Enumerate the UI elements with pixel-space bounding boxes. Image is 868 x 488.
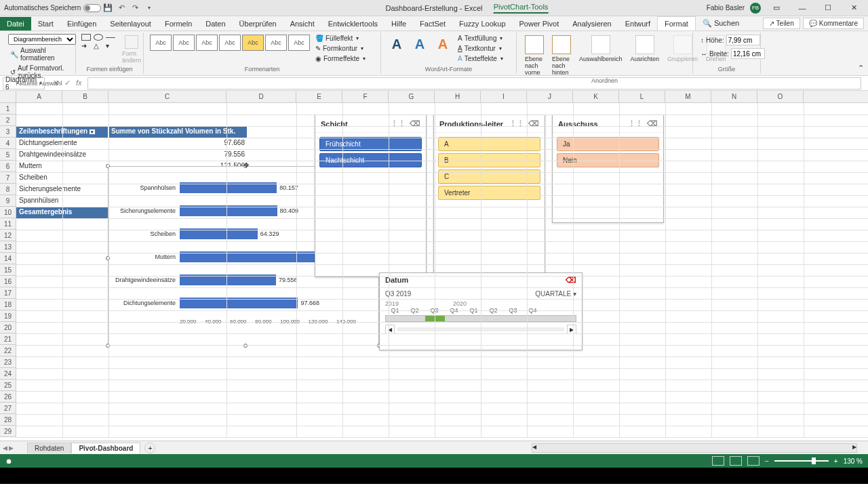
shape-style-3[interactable]: Abc <box>196 35 218 51</box>
ribbon-tab-fuzzy lookup[interactable]: Fuzzy Lookup <box>452 17 512 30</box>
timeline-prev-button[interactable]: ◀ <box>385 325 395 334</box>
row-header-3[interactable]: 3 <box>0 126 16 138</box>
row-header-1[interactable]: 1 <box>0 103 16 115</box>
record-macro-icon[interactable]: ⏺ <box>5 458 12 465</box>
new-sheet-button[interactable]: + <box>144 443 155 453</box>
height-field[interactable]: ↕ Höhe: <box>698 34 755 46</box>
row-header-22[interactable]: 22 <box>0 345 16 357</box>
change-shape-button[interactable]: Form ändern <box>119 34 144 65</box>
multi-select-icon[interactable]: ⋮⋮ <box>391 119 406 128</box>
ribbon-tab-überprüfen[interactable]: Überprüfen <box>233 17 283 30</box>
format-selection-button[interactable]: 🔧 Auswahl formatieren <box>8 46 70 62</box>
reset-style-button[interactable]: ↺ Auf Formatvorl. zurücks. <box>8 64 70 80</box>
ribbon-tab-factset[interactable]: FactSet <box>413 17 452 30</box>
row-header-25[interactable]: 25 <box>0 380 16 391</box>
clear-filter-icon[interactable]: ⌫ <box>528 119 539 128</box>
col-header-M[interactable]: M <box>665 91 711 102</box>
ribbon-tab-format[interactable]: Format <box>657 16 696 30</box>
multi-select-icon[interactable]: ⋮⋮ <box>628 119 643 128</box>
row-header-2[interactable]: 2 <box>0 115 16 126</box>
clear-filter-icon[interactable]: ⌫ <box>410 119 420 128</box>
normal-view-icon[interactable] <box>712 456 724 466</box>
clear-timeline-icon[interactable]: ⌫ <box>566 276 576 285</box>
row-header-8[interactable]: 8 <box>0 184 16 195</box>
row-header-9[interactable]: 9 <box>0 195 16 207</box>
horizontal-scrollbar[interactable]: ◀ ▶ <box>532 443 857 453</box>
send-backward-button[interactable]: Ebene nach hinten <box>549 34 574 77</box>
ribbon-tab-start[interactable]: Start <box>31 17 60 30</box>
col-header-L[interactable]: L <box>619 91 665 102</box>
shape-arrow-icon[interactable]: ➜ <box>81 42 92 49</box>
align-button[interactable]: Ausrichten <box>628 34 663 64</box>
ribbon-tab-entwurf[interactable]: Entwurf <box>618 17 657 30</box>
shape-outline-button[interactable]: ✎ Formkontur <box>313 44 368 53</box>
row-header-13[interactable]: 13 <box>0 241 16 253</box>
row-header-28[interactable]: 28 <box>0 414 16 426</box>
col-header-N[interactable]: N <box>711 91 757 102</box>
timeline-granularity[interactable]: QUARTALE ▾ <box>535 290 576 298</box>
wordart-style-2[interactable]: A <box>410 35 429 54</box>
comments-button[interactable]: 💬 Kommentare <box>803 18 864 29</box>
close-icon[interactable]: ✕ <box>844 1 864 15</box>
width-field[interactable]: ↔ Breite: <box>698 47 755 60</box>
selection-pane-button[interactable]: Auswahlbereich <box>576 34 625 64</box>
wordart-style-1[interactable]: A <box>387 35 406 54</box>
col-header-O[interactable]: O <box>757 91 804 102</box>
minimize-icon[interactable]: — <box>792 1 812 15</box>
user-avatar[interactable]: FB <box>750 3 761 14</box>
redo-icon[interactable]: ↷ <box>130 3 140 13</box>
zoom-level[interactable]: 130 % <box>844 458 863 465</box>
share-button[interactable]: ↗ Teilen <box>763 18 800 29</box>
ribbon-tab-einfügen[interactable]: Einfügen <box>60 17 103 30</box>
col-header-A[interactable]: A <box>16 91 62 102</box>
sheet-nav-next-icon[interactable]: ▶ <box>9 445 14 451</box>
row-header-17[interactable]: 17 <box>0 287 16 299</box>
shape-oval-icon[interactable] <box>94 34 103 41</box>
slicer-item[interactable]: Vertreter <box>438 186 540 200</box>
row-header-21[interactable]: 21 <box>0 333 16 345</box>
row-header-19[interactable]: 19 <box>0 310 16 322</box>
shape-effects-button[interactable]: ◉ Formeffekte <box>313 54 368 63</box>
multi-select-icon[interactable]: ⋮⋮ <box>509 119 524 128</box>
worksheet-grid[interactable]: ABCDEFGHIJKLMNO 123456789101112131415161… <box>0 91 868 441</box>
row-header-24[interactable]: 24 <box>0 368 16 380</box>
bring-forward-button[interactable]: Ebene nach vorne <box>522 34 547 77</box>
row-header-4[interactable]: 4 <box>0 138 16 149</box>
filter-dropdown-icon[interactable]: ▾ <box>90 129 95 134</box>
text-effects-button[interactable]: A Texteffekte <box>456 54 505 63</box>
wordart-style-3[interactable]: A <box>433 35 452 54</box>
select-all-button[interactable] <box>0 91 16 102</box>
row-header-11[interactable]: 11 <box>0 218 16 230</box>
qat-customize-icon[interactable] <box>144 3 153 13</box>
row-header-15[interactable]: 15 <box>0 264 16 276</box>
col-header-I[interactable]: I <box>481 91 527 102</box>
row-header-7[interactable]: 7 <box>0 172 16 184</box>
shape-style-4[interactable]: Abc <box>219 35 241 51</box>
sheet-tab-rohdaten[interactable]: Rohdaten <box>27 443 71 453</box>
maximize-icon[interactable]: ☐ <box>818 1 838 15</box>
chart-element-dropdown[interactable]: Diagrammbereich <box>8 34 76 45</box>
pivot-row[interactable]: Dichtungselemente97.668 <box>16 138 248 150</box>
ribbon-tab-power pivot[interactable]: Power Pivot <box>513 17 566 30</box>
shape-style-7[interactable]: Abc <box>288 35 310 51</box>
ribbon-tab-ansicht[interactable]: Ansicht <box>283 17 321 30</box>
ribbon-tab-hilfe[interactable]: Hilfe <box>384 17 413 30</box>
ribbon-tab-formeln[interactable]: Formeln <box>158 17 199 30</box>
col-header-F[interactable]: F <box>342 91 389 102</box>
undo-icon[interactable]: ↶ <box>117 3 126 13</box>
text-outline-button[interactable]: A Textkontur <box>456 44 505 53</box>
row-header-14[interactable]: 14 <box>0 253 16 264</box>
text-fill-button[interactable]: A Textfüllung <box>456 34 505 43</box>
row-header-12[interactable]: 12 <box>0 230 16 241</box>
col-header-J[interactable]: J <box>527 91 573 102</box>
row-header-16[interactable]: 16 <box>0 276 16 287</box>
shape-line-icon[interactable] <box>106 37 115 38</box>
shape-style-1[interactable]: Abc <box>150 35 172 51</box>
row-header-27[interactable]: 27 <box>0 403 16 414</box>
pivot-row[interactable]: Drahtgewindeeinsätze79.556 <box>16 150 248 161</box>
formula-input[interactable] <box>87 77 861 89</box>
ribbon-tab-entwicklertools[interactable]: Entwicklertools <box>321 17 384 30</box>
row-header-20[interactable]: 20 <box>0 322 16 333</box>
ribbon-tab-seitenlayout[interactable]: Seitenlayout <box>103 17 158 30</box>
page-layout-view-icon[interactable] <box>730 456 742 466</box>
